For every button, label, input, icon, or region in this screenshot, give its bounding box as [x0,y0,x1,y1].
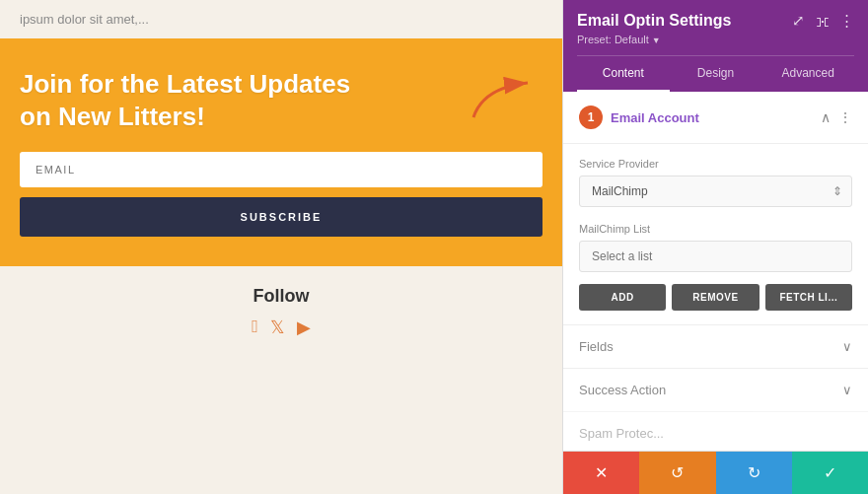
add-button[interactable]: ADD [579,284,666,311]
arrow-indicator [464,68,542,127]
panel-header: Email Optin Settings ⤢ ⯘ ⋮ Preset: Defau… [563,0,868,92]
success-action-section[interactable]: Success Action ∨ [563,368,868,411]
panel-title: Email Optin Settings [577,12,731,30]
action-buttons: ADD REMOVE FETCH LI... [579,284,852,311]
service-provider-select[interactable]: MailChimp AWeber ConvertKit ActiveCampai… [579,176,852,207]
columns-icon[interactable]: ⯘ [815,13,830,30]
service-provider-label: Service Provider [579,158,852,170]
page-preview: ipsum dolor sit amet,... Join for the La… [0,0,562,494]
tab-content[interactable]: Content [577,56,670,92]
email-input[interactable] [20,152,542,187]
tab-advanced[interactable]: Advanced [761,56,854,92]
mailchimp-list-label: MailChimp List [579,223,852,235]
expand-icon[interactable]: ⤢ [792,12,805,30]
refresh-button[interactable]: ↻ [716,452,792,494]
spam-protection-section[interactable]: Spam Protec... [563,411,868,451]
more-icon[interactable]: ⋮ [839,12,854,30]
fields-title: Fields [579,339,614,354]
section-body-email-account: Service Provider MailChimp AWeber Conver… [563,144,868,324]
section-header-email-account: 1 Email Account ∧ ⋮ [563,92,868,144]
success-action-chevron-icon: ∨ [842,383,852,397]
settings-panel: Email Optin Settings ⤢ ⯘ ⋮ Preset: Defau… [562,0,868,494]
panel-footer: ✕ ↺ ↻ ✓ [563,451,868,494]
section-controls: ∧ ⋮ [821,109,852,125]
success-action-title: Success Action [579,383,666,397]
preset-dropdown-arrow: ▼ [652,35,661,45]
reset-button[interactable]: ↺ [639,452,715,494]
twitter-icon[interactable]: 𝕏 [270,317,285,338]
panel-header-icons: ⤢ ⯘ ⋮ [792,12,854,30]
panel-body: 1 Email Account ∧ ⋮ Service Provider Mai… [563,92,868,451]
confirm-button[interactable]: ✓ [792,452,868,494]
spam-protection-title: Spam Protec... [579,426,664,441]
follow-section: Follow  𝕏 ▶ [0,266,562,358]
orange-section: Join for the Latest Updates on New Litte… [0,38,562,266]
service-provider-wrapper: MailChimp AWeber ConvertKit ActiveCampai… [579,176,852,207]
email-account-section: 1 Email Account ∧ ⋮ Service Provider Mai… [563,92,868,324]
tab-design[interactable]: Design [670,56,762,92]
fields-chevron-icon: ∨ [842,339,852,354]
follow-label: Follow [20,286,542,307]
remove-button[interactable]: REMOVE [672,284,759,311]
preset-text[interactable]: Preset: Default ▼ [577,34,854,45]
subscribe-button[interactable]: SUBSCRIBE [20,197,542,237]
step-badge: 1 [579,106,603,129]
panel-tabs: Content Design Advanced [577,55,854,92]
list-select-input[interactable] [579,241,852,272]
fetch-list-button[interactable]: FETCH LI... [765,284,852,311]
section-more-icon[interactable]: ⋮ [838,109,852,125]
fields-section[interactable]: Fields ∨ [563,324,868,368]
youtube-icon[interactable]: ▶ [297,317,311,338]
cancel-button[interactable]: ✕ [563,452,639,494]
panel-header-top: Email Optin Settings ⤢ ⯘ ⋮ [577,12,854,30]
social-icons:  𝕏 ▶ [20,317,542,338]
list-select-wrapper [579,241,852,272]
facebook-icon[interactable]:  [252,317,258,338]
email-account-title: Email Account [611,110,699,125]
collapse-icon[interactable]: ∧ [821,109,831,125]
lorem-text: ipsum dolor sit amet,... [0,0,562,38]
